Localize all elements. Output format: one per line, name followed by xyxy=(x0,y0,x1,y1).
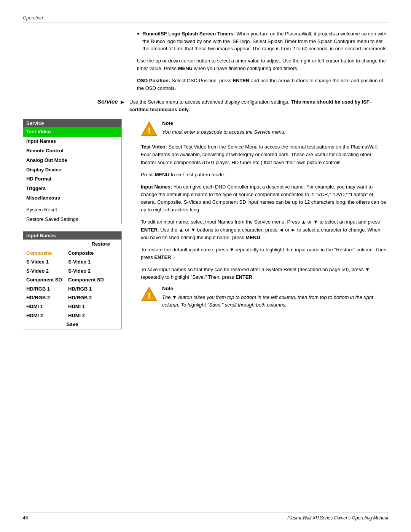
hdrgb2-col1: HD/RGB 2 xyxy=(26,294,68,302)
note2-box: ! Note The ▼ button takes you from top t… xyxy=(141,286,388,308)
hdmi2-col1: HDMI 2 xyxy=(26,312,68,320)
para1-end: when you have finished configuring both … xyxy=(193,66,298,71)
input-names-row-hdrgb1: HD/RGB 1 HD/RGB 1 xyxy=(23,284,121,293)
osd-label: OSD Position: xyxy=(137,78,170,83)
edit-end: . xyxy=(260,235,262,240)
restore-para: To restore the default input name, press… xyxy=(141,246,388,261)
bullet-splash-title: Runco/ISF Logo Splash Screen Timers: xyxy=(142,31,235,37)
bullet-dot: • xyxy=(137,30,139,53)
hdrgb1-col1: HD/RGB 1 xyxy=(26,285,68,293)
input-names-row-save: Save xyxy=(23,320,121,329)
compsd-col1: Component SD xyxy=(26,276,68,284)
svideo2-col1: S-Video 2 xyxy=(26,267,68,275)
footer: 46 PlasmaWall XP Series Owner's Operatin… xyxy=(23,513,388,521)
top-rule xyxy=(23,22,388,22)
page: Operation • Runco/ISF Logo Splash Screen… xyxy=(0,0,411,532)
note1-title: Note xyxy=(162,120,285,126)
input-names-box: Input Names Restore Composite Composite … xyxy=(23,231,122,329)
compsd-col2: Component SD xyxy=(68,276,118,284)
input-names-row-hdrgb2: HD/RGB 2 HD/RGB 2 xyxy=(23,293,121,302)
footer-page: 46 xyxy=(23,515,28,521)
note2-text: The ▼ button takes you from top to botto… xyxy=(162,292,388,308)
edit-bold1: ENTER xyxy=(141,227,158,233)
hdrgb1-col2: HD/RGB 1 xyxy=(68,285,118,293)
osd-para: OSD Position: Select OSD Position, press… xyxy=(137,77,388,92)
service-menu-title: Service xyxy=(23,119,121,127)
service-intro-text: Use the Service menu to access advanced … xyxy=(129,99,291,105)
note2-icon: ! xyxy=(141,286,158,302)
note1-icon: ! xyxy=(141,120,158,137)
composite-col1: Composite xyxy=(26,249,68,257)
cursor-para: Use the up or down cursor button to sele… xyxy=(137,57,388,72)
composite-col2: Composite xyxy=(68,249,118,257)
test-video-para: Test Video: Select Test Video from the S… xyxy=(141,143,388,166)
restore-text: To restore the default input name, press… xyxy=(141,247,388,260)
test-video-label: Test Video: xyxy=(141,144,167,150)
service-intro-row: Service ▶ Use the Service menu to access… xyxy=(23,98,388,113)
input-names-row-svideo2: S-Video 2 S-Video 2 xyxy=(23,267,121,275)
menu-item-input-names: Input Names xyxy=(23,137,121,146)
input-names-label: Input Names: xyxy=(141,184,172,190)
hdmi1-col2: HDMI 1 xyxy=(68,302,118,310)
bullet-item-splash: • Runco/ISF Logo Splash Screen Timers: W… xyxy=(137,30,388,53)
menu-item-misc: Miscellaneous xyxy=(23,193,121,203)
menu-item-hd-format: HD Format xyxy=(23,174,121,184)
edit-input-text1: To edit an input name, select Input Name… xyxy=(141,219,380,225)
input-names-row-hdmi1: HDMI 1 HDMI 1 xyxy=(23,302,121,311)
warning-triangle-icon: ! xyxy=(141,120,158,137)
menu-item-triggers: Triggers xyxy=(23,184,121,193)
restore-bold: ENTER xyxy=(154,254,171,260)
input-names-para: Input Names: You can give each DHD Contr… xyxy=(141,183,388,214)
press-menu-text: Press xyxy=(141,172,155,177)
warning-triangle-icon-2: ! xyxy=(141,286,158,302)
menu-item-restore-saved: Restore Saved Settings xyxy=(23,215,121,224)
menu-item-analog-out: Analog Out Mode xyxy=(23,156,121,165)
svg-text:!: ! xyxy=(148,291,150,300)
left-col: Service Test Video Input Names Remote Co… xyxy=(23,119,129,329)
save-para: To save input names so that they can be … xyxy=(141,266,388,281)
service-menu-box: Service Test Video Input Names Remote Co… xyxy=(23,119,122,224)
input-names-restore-header: Restore xyxy=(23,240,121,248)
service-label: Service xyxy=(97,98,118,105)
save-end: . xyxy=(252,274,254,280)
press-menu-para: Press MENU to exit test pattern mode. xyxy=(141,171,388,179)
service-intro-text: Use the Service menu to access advanced … xyxy=(129,98,388,113)
svideo1-col2: S-Video 1 xyxy=(68,258,118,266)
menu-item-test-video: Test Video xyxy=(23,127,121,137)
note2-content: Note The ▼ button takes you from top to … xyxy=(162,286,388,308)
hdmi2-col2: HDMI 2 xyxy=(68,312,118,320)
input-names-row-hdmi2: HDMI 2 HDMI 2 xyxy=(23,311,121,320)
bullet-splash-text: Runco/ISF Logo Splash Screen Timers: Whe… xyxy=(142,30,388,53)
restore-header-label: Restore xyxy=(92,240,110,248)
service-intro-para: Use the Service menu to access advanced … xyxy=(129,98,388,113)
menu-item-system-reset: System Reset xyxy=(23,205,121,215)
press-menu-end: to exit test pattern mode. xyxy=(169,172,225,177)
svideo1-col1: S-Video 1 xyxy=(26,258,68,266)
edit-input-para: To edit an input name, select Input Name… xyxy=(141,218,388,241)
save-text: To save input names so that they can be … xyxy=(141,267,370,280)
input-names-row-svideo1: S-Video 1 S-Video 1 xyxy=(23,257,121,266)
edit-bold2: MENU xyxy=(245,235,260,240)
svg-text:!: ! xyxy=(148,126,150,135)
osd-enter: ENTER xyxy=(233,78,249,83)
note1-text: You must enter a passcode to access the … xyxy=(162,127,285,136)
service-arrow: ▶ xyxy=(121,99,124,105)
restore-end: . xyxy=(171,254,172,260)
footer-title: PlasmaWall XP Series Owner's Operating M… xyxy=(287,515,388,521)
hdmi1-col1: HDMI 1 xyxy=(26,302,68,310)
note2-title: Note xyxy=(162,286,388,291)
note1-content: Note You must enter a passcode to access… xyxy=(162,120,285,136)
note1-box: ! Note You must enter a passcode to acce… xyxy=(141,120,388,137)
right-col: ! Note You must enter a passcode to acce… xyxy=(141,119,388,329)
save-label: Save xyxy=(67,320,78,328)
input-names-row-composite: Composite Composite xyxy=(23,249,121,257)
svideo2-col2: S-Video 2 xyxy=(68,267,118,275)
operation-label: Operation xyxy=(23,15,388,21)
save-bold: ENTER xyxy=(236,274,252,280)
input-names-text: You can give each DHD Controller input a… xyxy=(141,184,386,212)
input-names-title: Input Names xyxy=(23,232,121,240)
hdrgb2-col2: HD/RGB 2 xyxy=(68,294,118,302)
main-content: Service Test Video Input Names Remote Co… xyxy=(23,119,388,329)
test-video-text: Select Test Video from the Service Menu … xyxy=(141,144,378,165)
press-menu-bold: MENU xyxy=(155,172,169,177)
